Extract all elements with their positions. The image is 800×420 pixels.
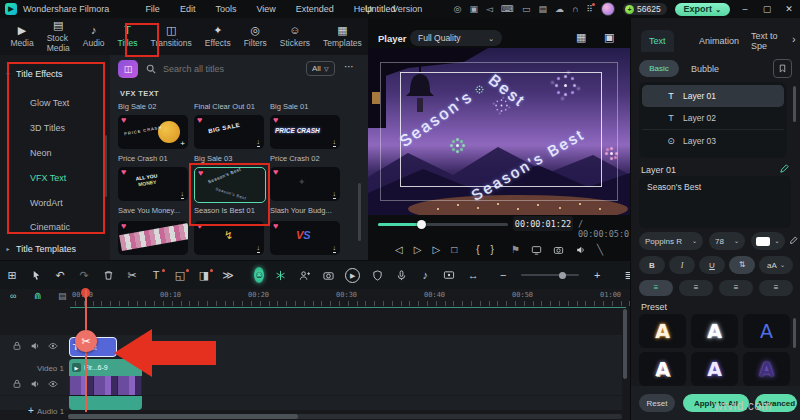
font-family-dropdown[interactable]: Poppins R ⌄: [639, 232, 703, 250]
download-icon[interactable]: ↓: [181, 190, 185, 199]
fit-timeline-icon[interactable]: ↔: [461, 270, 485, 281]
play-icon[interactable]: ▷: [432, 245, 440, 255]
card-label[interactable]: Price Crash 01: [118, 154, 190, 163]
library-scrollbar[interactable]: [358, 183, 361, 241]
fullscreen-monitor-icon[interactable]: [531, 245, 542, 255]
search-box[interactable]: [146, 61, 296, 77]
video-clip-filmstrip[interactable]: [69, 376, 142, 395]
favorite-heart-icon[interactable]: ♥: [121, 116, 126, 125]
text-tool-icon[interactable]: T: [144, 270, 168, 281]
card-label[interactable]: Big Sale 01: [270, 102, 342, 111]
font-size-dropdown[interactable]: 78 ⌄: [709, 232, 745, 250]
volume-speaker-icon[interactable]: [575, 245, 586, 255]
track-mute-icon[interactable]: [30, 379, 42, 391]
favorite-heart-icon[interactable]: ♥: [121, 168, 126, 177]
tab-effects[interactable]: ✦ Effects: [198, 25, 237, 48]
split-scissors-icon[interactable]: ✂: [120, 270, 144, 281]
card-label[interactable]: Final Clear Out 01: [194, 102, 266, 111]
menu-tools[interactable]: Tools: [205, 4, 246, 14]
download-icon[interactable]: ↓: [257, 244, 261, 253]
align-left-button[interactable]: ≡: [639, 280, 673, 296]
preset-style-4[interactable]: A: [639, 352, 686, 386]
card-label[interactable]: Save You Money...: [118, 206, 190, 215]
ai-write-icon[interactable]: [779, 163, 790, 174]
crop-icon[interactable]: ◱: [168, 270, 192, 281]
freeze-frame-icon[interactable]: [268, 270, 292, 281]
save-project-icon[interactable]: ▤: [538, 5, 547, 14]
template-thumb-price-crash-02[interactable]: PRICE CRASH ♥ ↓: [270, 115, 340, 149]
preset-scrollbar[interactable]: [793, 318, 796, 348]
project-title[interactable]: Untitled: [365, 4, 396, 14]
tabs-overflow-chevron-icon[interactable]: ›: [792, 34, 796, 45]
favorite-heart-icon[interactable]: ♥: [273, 168, 278, 177]
minimize-button[interactable]: –: [738, 5, 752, 14]
resize-handle-icon[interactable]: ╲: [597, 245, 603, 255]
zoom-in-icon[interactable]: +: [585, 270, 609, 281]
track-visibility-icon[interactable]: [48, 379, 60, 391]
filter-all-button[interactable]: All ▽: [306, 61, 335, 76]
snap-magnet-icon[interactable]: ⋒: [34, 292, 42, 301]
preset-style-6[interactable]: A: [743, 352, 790, 386]
sidebar-group-title-templates[interactable]: ▸ Title Templates: [0, 241, 110, 257]
preview-scrubber[interactable]: [378, 223, 508, 226]
layer-row-3[interactable]: ⊙ Layer 03: [642, 130, 784, 152]
delete-trash-icon[interactable]: [96, 270, 120, 281]
bold-button[interactable]: B: [639, 256, 665, 274]
shortcut-keyboard-icon[interactable]: ⌨: [501, 5, 514, 14]
download-icon[interactable]: ↓: [333, 190, 337, 199]
template-thumb-price-crash-01[interactable]: PRICE CRASH + ♥: [118, 115, 188, 149]
mark-in-icon[interactable]: {: [476, 245, 479, 255]
quality-dropdown[interactable]: Full Quality ⌄: [410, 30, 502, 46]
timeline-ruler[interactable]: [75, 301, 630, 306]
italic-button[interactable]: I: [669, 256, 695, 274]
close-button[interactable]: ✕: [782, 5, 796, 14]
video-canvas[interactable]: Season's Best Season's Best: [368, 48, 630, 215]
template-thumb-slash-your-budget[interactable]: ✦ ♥ ↓: [270, 167, 340, 201]
tab-templates[interactable]: ▦ Templates: [317, 25, 369, 48]
download-icon[interactable]: ↓: [333, 244, 337, 253]
marker-flag-icon[interactable]: ⚑: [511, 245, 520, 255]
layout-panel-icon[interactable]: ▭: [522, 5, 531, 14]
scrub-handle[interactable]: [417, 220, 426, 229]
card-label[interactable]: Slash Your Budg...: [270, 206, 342, 215]
next-frame-icon[interactable]: ▷: [414, 245, 422, 255]
eyedropper-icon[interactable]: [789, 235, 799, 245]
media-browser-grid-icon[interactable]: ⊞: [0, 270, 24, 281]
card-label[interactable]: Price Crash 02: [270, 154, 342, 163]
search-input[interactable]: [161, 63, 285, 75]
multiview-icon[interactable]: ▦: [576, 32, 586, 43]
align-right-button[interactable]: ≡: [719, 280, 753, 296]
record-mic-icon[interactable]: [389, 270, 413, 281]
cloud-upload-icon[interactable]: ☁: [555, 5, 564, 14]
download-icon[interactable]: ↓: [333, 138, 337, 147]
track-mute-icon[interactable]: [30, 341, 42, 353]
template-thumb-save-you-money[interactable]: ALL YOU MONEY ♥ ↓: [118, 167, 188, 201]
video-clip-audio[interactable]: [69, 396, 142, 410]
timeline-vscrollbar[interactable]: [623, 309, 627, 379]
download-icon[interactable]: ↓: [257, 138, 261, 147]
align-center-button[interactable]: ≡: [679, 280, 713, 296]
previous-frame-icon[interactable]: ◁: [395, 245, 403, 255]
tab-stock-media[interactable]: ▤ Stock Media: [40, 20, 76, 53]
template-thumb-row3-left[interactable]: ♥: [118, 221, 188, 255]
restore-button[interactable]: ▢: [760, 5, 774, 14]
zoom-slider[interactable]: [521, 274, 579, 276]
reset-button[interactable]: Reset: [639, 394, 675, 412]
favorite-heart-icon[interactable]: ♥: [273, 116, 278, 125]
more-tools-icon[interactable]: ≫: [216, 270, 240, 281]
track-lock-icon[interactable]: [12, 341, 24, 353]
subtab-basic[interactable]: Basic: [639, 60, 679, 77]
timeline-hscroll-thumb[interactable]: [68, 414, 298, 419]
preset-style-2[interactable]: A: [691, 314, 738, 348]
layer-row-1[interactable]: T Layer 01: [642, 85, 784, 107]
mask-icon[interactable]: ◨: [192, 270, 216, 281]
split-scissors-badge[interactable]: ✂: [75, 330, 97, 352]
snapshot-camera-icon[interactable]: [553, 245, 564, 255]
mark-out-icon[interactable]: }: [491, 245, 494, 255]
underline-button[interactable]: U: [699, 256, 725, 274]
menu-extended[interactable]: Extended: [286, 4, 344, 14]
add-person-icon[interactable]: [292, 270, 316, 281]
add-track-button[interactable]: +: [28, 405, 34, 416]
user-avatar[interactable]: [601, 2, 615, 16]
tab-stickers[interactable]: ☺ Stickers: [273, 25, 316, 48]
